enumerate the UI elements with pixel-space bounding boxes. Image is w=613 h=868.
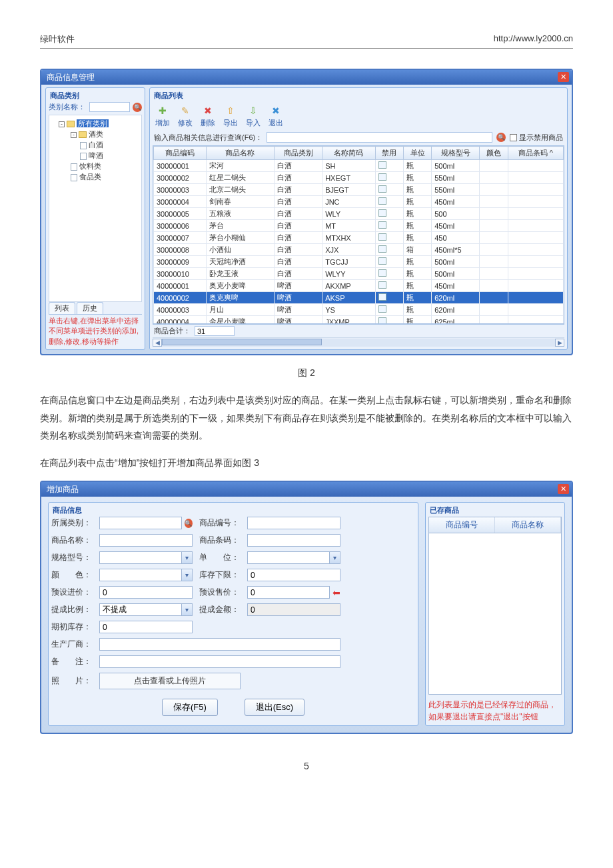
price-input[interactable] [247,586,330,599]
table-row[interactable]: 30000009天冠纯净酒白酒TGCJJ瓶500ml [154,256,564,268]
table-row[interactable]: 40000004金星小麦啤啤酒JXXMP瓶625ml [154,316,564,325]
export-button[interactable]: ⇧导出 [223,103,238,128]
name-input[interactable] [99,534,193,547]
table-row[interactable]: 40000003月山啤酒YS瓶620ml [154,304,564,316]
close-icon[interactable]: ✕ [558,72,569,82]
stock-low-input[interactable] [247,569,340,581]
init-stock-input[interactable] [99,621,193,633]
checkbox-icon[interactable] [378,197,386,205]
category-search-input[interactable] [89,102,130,112]
col-header[interactable]: 商品条码 ^ [508,147,563,160]
checkbox-icon[interactable] [378,185,386,193]
header-left: 绿叶软件 [40,33,75,45]
search-icon[interactable]: 🔍 [496,133,506,142]
chevron-down-icon[interactable]: ▾ [181,552,192,563]
table-row[interactable]: 30000010卧龙玉液白酒WLYY瓶500ml [154,268,564,280]
exit-button[interactable]: ✖退出 [269,103,283,128]
col-header[interactable]: 单位 [404,147,432,160]
search-icon[interactable]: 🔍 [185,519,193,528]
edit-button[interactable]: ✎修改 [178,103,193,128]
exit-button[interactable]: 退出(Esc) [245,699,305,716]
cost-input[interactable] [99,586,193,599]
chevron-down-icon[interactable]: ▾ [181,604,192,615]
checkbox-icon[interactable] [378,209,386,217]
photo-button[interactable]: 点击查看或上传照片 [99,673,241,689]
checkbox-icon[interactable] [378,281,386,289]
category-panel: 商品类别 类别名称： 🔍 -所有类别 -酒类 白酒 啤酒 饮料类 食品类 列表 [45,87,145,350]
product-grid[interactable]: 商品编码商品名称商品类别名称简码禁用单位规格型号颜色商品条码 ^30000001… [153,145,564,324]
checkbox-icon[interactable] [378,245,386,253]
tree-root[interactable]: 所有类别 [77,119,109,127]
saved-list[interactable] [428,533,562,695]
table-row[interactable]: 30000001宋河白酒SH瓶500ml [154,160,564,172]
arrow-left-icon: ⬅ [332,587,340,598]
tree-node[interactable]: 食品类 [79,173,101,181]
add-button[interactable]: ✚增加 [155,103,170,128]
filter-input[interactable] [267,132,492,143]
close-icon[interactable]: ✕ [558,484,569,494]
lbl-comm-amt: 提成金额： [199,604,241,615]
table-row[interactable]: 30000005五粮液白酒WLY瓶500 [154,208,564,220]
chevron-down-icon[interactable]: ▾ [329,552,340,563]
tree-node[interactable]: 酒类 [89,130,103,138]
checkbox-icon[interactable] [378,305,386,313]
category-input[interactable] [99,517,182,529]
checkbox-icon[interactable] [378,317,386,324]
spec-combo[interactable] [99,551,193,564]
search-icon[interactable]: 🔍 [133,103,142,112]
col-header[interactable]: 商品名称 [206,147,274,160]
remark-input[interactable] [99,655,340,668]
header-right: http://www.ly2000.cn [494,33,573,45]
col-header[interactable]: 商品类别 [275,147,322,160]
checkbox-icon[interactable] [378,293,386,301]
col-header[interactable]: 颜色 [480,147,508,160]
checkbox-icon[interactable] [378,161,386,169]
chevron-down-icon[interactable]: ▾ [181,569,192,581]
dialog1-title: 商品信息管理 [41,70,572,85]
tree-node[interactable]: 啤酒 [89,151,103,159]
comm-rate-combo[interactable] [99,603,193,616]
show-disabled-checkbox[interactable]: 显示禁用商品 [510,133,563,143]
lbl-photo: 照 片： [51,675,93,687]
paragraph-2: 在商品列表中点击“增加”按钮打开增加商品界面如图 3 [40,454,573,472]
checkbox-icon[interactable] [378,221,386,229]
col-header[interactable]: 商品编码 [154,147,207,160]
table-row[interactable]: 30000008小酒仙白酒XJX箱450ml*5 [154,244,564,256]
table-row[interactable]: 30000002红星二锅头白酒HXEGT瓶550ml [154,172,564,184]
tab-list[interactable]: 列表 [49,302,75,314]
saved-col-name: 商品名称 [495,517,561,533]
category-tree[interactable]: -所有类别 -酒类 白酒 啤酒 饮料类 食品类 [49,115,142,302]
checkbox-icon[interactable] [378,233,386,241]
table-row[interactable]: 30000004剑南春白酒JNC瓶450ml [154,196,564,208]
scroll-right-icon[interactable]: ▶ [555,339,564,347]
maker-input[interactable] [99,638,340,651]
tree-node[interactable]: 饮料类 [79,162,101,170]
table-row[interactable]: 40000001奥克小麦啤啤酒AKXMP瓶450ml [154,280,564,292]
table-row[interactable]: 40000002奥克爽啤啤酒AKSP瓶620ml [154,292,564,304]
scroll-left-icon[interactable]: ◀ [153,339,162,347]
col-header[interactable]: 规格型号 [432,147,480,160]
product-form-panel: 商品信息 所属类别： 🔍 商品编号： 商品名称： 商品条码： 规格型号： ▾ 单… [48,502,418,726]
import-button[interactable]: ⇩导入 [246,103,261,128]
lbl-init-stock: 期初库存： [51,621,93,633]
tree-node[interactable]: 白酒 [89,141,103,149]
checkbox-icon[interactable] [378,257,386,265]
delete-button[interactable]: ✖删除 [201,103,215,128]
lbl-remark: 备 注： [51,656,93,667]
unit-combo[interactable] [247,551,340,564]
code-input[interactable] [247,517,340,529]
col-header[interactable]: 名称简码 [322,147,376,160]
color-combo[interactable] [99,569,193,581]
table-row[interactable]: 30000007茅台小糊仙白酒MTXHX瓶450 [154,232,564,244]
lbl-code: 商品编号： [199,517,241,529]
table-row[interactable]: 30000006茅台白酒MT瓶450ml [154,220,564,232]
table-row[interactable]: 30000003北京二锅头白酒BJEGT瓶550ml [154,184,564,196]
horizontal-scrollbar[interactable]: ◀ ▶ [153,337,564,347]
save-button[interactable]: 保存(F5) [162,699,218,716]
tab-history[interactable]: 历史 [77,302,103,314]
barcode-input[interactable] [247,534,340,547]
checkbox-icon[interactable] [378,173,386,181]
checkbox-icon[interactable] [378,269,386,277]
col-header[interactable]: 禁用 [375,147,403,160]
paragraph-1: 在商品信息窗口中左边是商品类别，右边列表中是该类别对应的商品。在某一类别上点击鼠… [40,391,573,445]
